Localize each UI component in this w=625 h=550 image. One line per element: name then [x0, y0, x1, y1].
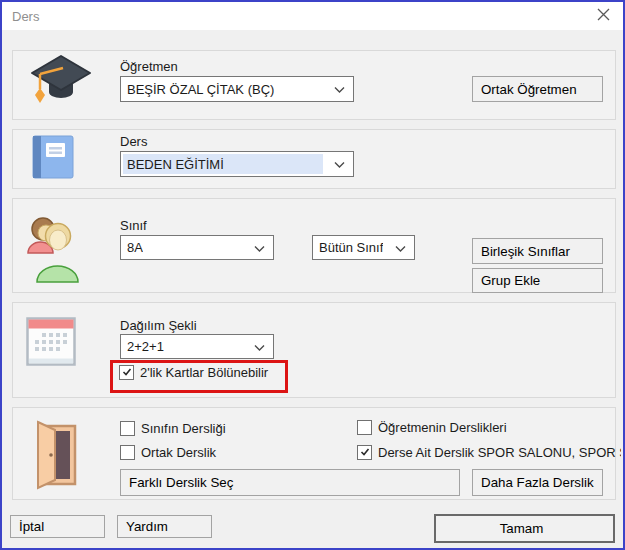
book-icon — [30, 134, 76, 183]
chevron-down-icon — [395, 240, 406, 255]
dialog-window: Ders Öğretmen BEŞİR ÖZAL ÇİTAK (BÇ) Orta… — [0, 0, 625, 550]
class-scope-combobox[interactable]: Bütün Sınıf — [312, 235, 415, 260]
checkmark-icon — [360, 445, 370, 460]
chevron-down-icon — [334, 157, 345, 172]
chevron-down-icon — [254, 240, 265, 255]
class-combobox[interactable]: 8A — [120, 235, 274, 260]
shared-classroom-checkbox[interactable]: Ortak Derslik — [120, 445, 216, 460]
checkbox-unchecked — [120, 445, 135, 460]
chevron-down-icon — [254, 339, 265, 354]
window-title: Ders — [12, 9, 39, 24]
class-combobox-value: 8A — [127, 240, 143, 255]
lesson-label: Ders — [120, 134, 147, 149]
shared-teacher-button[interactable]: Ortak Öğretmen — [472, 76, 603, 102]
titlebar: Ders — [2, 2, 623, 30]
lesson-combobox[interactable]: BEDEN EĞİTİMİ — [120, 151, 354, 177]
calendar-icon — [26, 317, 76, 369]
splittable-cards-checkbox[interactable]: 2'lik Kartlar Bölünebilir — [119, 365, 268, 380]
splittable-cards-label: 2'lik Kartlar Bölünebilir — [140, 365, 268, 380]
distribution-combobox[interactable]: 2+2+1 — [120, 334, 274, 359]
class-classroom-checkbox[interactable]: Sınıfın Dersliği — [120, 421, 226, 436]
door-icon — [27, 417, 79, 496]
class-label: Sınıf — [120, 218, 147, 233]
lesson-classroom-label: Derse Ait Derslik SPOR SALONU, SPOR SALO… — [378, 445, 621, 460]
teacher-combobox-value: BEŞİR ÖZAL ÇİTAK (BÇ) — [127, 82, 274, 97]
add-group-button[interactable]: Grup Ekle — [472, 268, 603, 293]
students-icon — [24, 212, 84, 287]
lesson-combobox-value: BEDEN EĞİTİMİ — [127, 157, 224, 172]
cancel-button[interactable]: İptal — [10, 515, 105, 538]
distribution-combobox-value: 2+2+1 — [127, 339, 164, 354]
class-classroom-label: Sınıfın Dersliği — [141, 421, 226, 436]
merged-classes-button[interactable]: Birleşik Sınıflar — [472, 238, 603, 264]
more-classrooms-button[interactable]: Daha Fazla Derslik — [472, 469, 603, 496]
ok-button[interactable]: Tamam — [434, 514, 615, 543]
checkbox-unchecked — [120, 421, 135, 436]
teacher-classrooms-checkbox[interactable]: Öğretmenin Derslikleri — [357, 420, 507, 435]
teacher-combobox[interactable]: BEŞİR ÖZAL ÇİTAK (BÇ) — [120, 76, 354, 102]
select-other-classroom-button[interactable]: Farklı Derslik Seç — [120, 469, 460, 496]
teacher-label: Öğretmen — [120, 59, 178, 74]
checkbox-checked — [357, 445, 372, 460]
close-button[interactable] — [588, 5, 618, 27]
distribution-section — [12, 302, 616, 398]
checkbox-unchecked — [357, 420, 372, 435]
checkbox-checked — [119, 365, 134, 380]
chevron-down-icon — [334, 82, 345, 97]
close-icon — [597, 8, 610, 24]
distribution-label: Dağılım Şekli — [120, 318, 197, 333]
teacher-classrooms-label: Öğretmenin Derslikleri — [378, 420, 507, 435]
graduation-cap-icon — [28, 52, 94, 119]
class-scope-combobox-value: Bütün Sınıf — [319, 240, 383, 255]
help-button[interactable]: Yardım — [117, 515, 212, 538]
checkmark-icon — [122, 365, 132, 380]
lesson-classroom-checkbox[interactable]: Derse Ait Derslik SPOR SALONU, SPOR SALO… — [357, 445, 621, 460]
shared-classroom-label: Ortak Derslik — [141, 445, 216, 460]
